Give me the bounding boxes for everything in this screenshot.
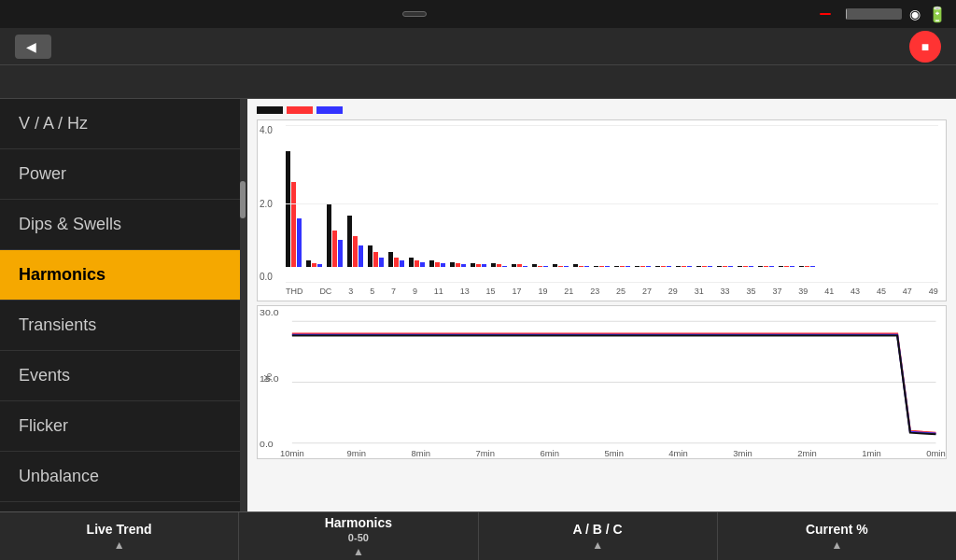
sidebar-item-events[interactable]: Events <box>0 351 246 401</box>
svg-text:0min: 0min <box>926 449 946 458</box>
sidebar-item-flicker[interactable]: Flicker <box>0 401 246 452</box>
svg-text:5min: 5min <box>604 449 624 458</box>
tab-harmonics-050[interactable]: Harmonics0-50▲ <box>239 512 478 560</box>
svg-text:6min: 6min <box>540 449 559 458</box>
chart-area: 4.0 2.0 0.0 THDDC35791113151719212325272… <box>247 99 956 511</box>
sidebar: V / A / HzPowerDips & SwellsHarmonicsTra… <box>0 99 247 511</box>
bottom-tabs: Live Trend▲Harmonics0-50▲A / B / C▲Curre… <box>0 511 956 560</box>
y-tick-mid: 2.0 <box>260 199 273 209</box>
sidebar-item-power[interactable]: Power <box>0 149 246 200</box>
thd-a-badge <box>257 106 283 114</box>
sidebar-item-v-a-hz[interactable]: V / A / Hz <box>0 99 246 149</box>
svg-text:0.0: 0.0 <box>260 439 274 449</box>
tab-sub-harmonics-050: 0-50 <box>348 532 369 543</box>
sidebar-nav: V / A / HzPowerDips & SwellsHarmonicsTra… <box>0 99 246 502</box>
battery-fill <box>846 8 847 20</box>
y-axis-labels: 4.0 2.0 0.0 <box>260 125 273 282</box>
sidebar-item-harmonics[interactable]: Harmonics <box>0 250 246 301</box>
svg-text:7min: 7min <box>475 449 495 458</box>
svg-text:30.0: 30.0 <box>260 307 279 317</box>
session-bar <box>0 65 956 99</box>
battery-icon: 🔋 <box>928 6 947 23</box>
tab-label-harmonics-050: Harmonics <box>325 515 392 530</box>
sidebar-scrollbar[interactable] <box>240 99 246 511</box>
tab-label-a-b-c: A / B / C <box>573 522 623 537</box>
svg-text:2min: 2min <box>797 449 817 458</box>
tab-label-current-pct: Current % <box>806 522 868 537</box>
stop-button[interactable]: ■ <box>909 31 941 63</box>
scrollbar-thumb <box>240 181 246 218</box>
main-content: V / A / HzPowerDips & SwellsHarmonicsTra… <box>0 99 956 511</box>
wifi-icon: ◉ <box>909 7 921 21</box>
tab-current-pct[interactable]: Current %▲ <box>718 512 956 560</box>
back-button[interactable]: ◀ <box>15 35 51 59</box>
trend-chart: 30.015.00.0%10min9min8min7min6min5min4mi… <box>257 305 947 459</box>
svg-text:9min: 9min <box>347 449 367 458</box>
title-bar: ◀ ■ <box>0 28 956 65</box>
svg-text:1min: 1min <box>862 449 881 458</box>
thd-c-badge <box>316 106 343 114</box>
rec-badge <box>820 13 831 15</box>
tab-live-trend[interactable]: Live Trend▲ <box>0 512 239 560</box>
svg-text:8min: 8min <box>412 449 431 458</box>
y-tick-top: 4.0 <box>260 125 273 135</box>
tab-arrow-a-b-c: ▲ <box>592 539 603 552</box>
sidebar-item-transients[interactable]: Transients <box>0 301 246 351</box>
mode-label <box>402 11 427 17</box>
x-axis: THDDC35791113151719212325272931333537394… <box>286 287 938 296</box>
tab-a-b-c[interactable]: A / B / C▲ <box>479 512 718 560</box>
status-bar: ◉ 🔋 <box>0 0 956 28</box>
tab-arrow-harmonics-050: ▲ <box>353 545 364 558</box>
tab-label-live-trend: Live Trend <box>87 522 152 537</box>
tab-arrow-current-pct: ▲ <box>831 539 842 552</box>
thd-b-badge <box>287 106 313 114</box>
back-arrow-icon: ◀ <box>26 39 36 54</box>
grid-lines <box>286 125 938 282</box>
sidebar-item-unbalance[interactable]: Unbalance <box>0 452 246 502</box>
svg-text:3min: 3min <box>733 449 752 458</box>
y-tick-bot: 0.0 <box>260 272 273 282</box>
battery-bar <box>846 8 902 20</box>
svg-text:%: % <box>261 373 273 383</box>
thd-row <box>257 106 947 114</box>
stop-icon: ■ <box>921 39 929 54</box>
tab-arrow-live-trend: ▲ <box>114 539 125 552</box>
trend-svg: 30.015.00.0%10min9min8min7min6min5min4mi… <box>258 306 946 458</box>
svg-text:10min: 10min <box>280 449 304 458</box>
bar-chart: 4.0 2.0 0.0 THDDC35791113151719212325272… <box>257 119 947 301</box>
sidebar-item-dips-swells[interactable]: Dips & Swells <box>0 200 246 250</box>
svg-text:4min: 4min <box>668 449 688 458</box>
bar-chart-inner: 4.0 2.0 0.0 THDDC35791113151719212325272… <box>258 120 946 301</box>
